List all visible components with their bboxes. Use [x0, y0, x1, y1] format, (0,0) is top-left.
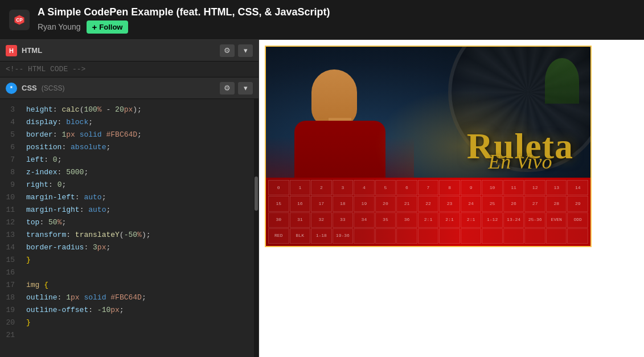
- grid-cell: [354, 228, 375, 244]
- grid-cell: 24: [461, 196, 482, 211]
- grid-cell: 31: [290, 212, 311, 228]
- grid-cell: 7: [418, 180, 439, 195]
- html-icon: H: [6, 45, 17, 56]
- grid-cell: 35: [375, 212, 396, 228]
- grid-cell: [396, 228, 417, 244]
- main-content: H HTML ⚙ ▾ <!-- HTML CODE --> * CSS (SCS…: [0, 40, 644, 357]
- grid-cell: 13: [546, 180, 567, 195]
- code-line: height: calc(100% - 20px);: [26, 104, 248, 116]
- plant-decoration: [545, 58, 579, 104]
- grid-cell: 1: [290, 180, 311, 195]
- grid-cell: 2:1: [439, 212, 460, 228]
- grid-cell: 6: [396, 180, 417, 195]
- grid-cell: 36: [396, 212, 417, 228]
- pen-title: A Simple CodePen Example (feat. HTML, CS…: [38, 6, 330, 18]
- grid-cell: 2:1: [461, 212, 482, 228]
- preview-content: Ruleta En Vivo 0 1 2 3 4 5 6 7: [259, 40, 644, 357]
- author-row: Ryan Young Follow: [38, 20, 330, 34]
- code-line: margin-left: auto;: [26, 191, 248, 204]
- grid-cell: 28: [546, 196, 567, 211]
- author-name: Ryan Young: [38, 22, 81, 31]
- code-content: height: calc(100% - 20px); display: bloc…: [20, 99, 254, 357]
- table-grid: 0 1 2 3 4 5 6 7 8 9 10 11 12: [266, 178, 590, 246]
- code-line: img {: [26, 279, 248, 292]
- code-line: display: block;: [26, 116, 248, 129]
- grid-cell: 16: [290, 196, 311, 211]
- grid-cell: [439, 228, 460, 244]
- css-editor[interactable]: 3 4 5 6 7 8 9 10 11 12 13 14 15 16 17 18: [0, 99, 259, 357]
- grid-cell: ODD: [567, 212, 588, 228]
- grid-cell: [503, 228, 524, 244]
- svg-text:CP: CP: [16, 18, 23, 23]
- follow-button[interactable]: Follow: [87, 20, 129, 34]
- grid-cell: 25: [482, 196, 503, 211]
- grid-cell: 0: [268, 180, 289, 195]
- grid-cell: 5: [375, 180, 396, 195]
- grid-cell: 19: [354, 196, 375, 211]
- grid-cell: [524, 228, 545, 244]
- title-block: A Simple CodePen Example (feat. HTML, CS…: [38, 6, 330, 34]
- css-collapse-btn[interactable]: ▾: [238, 82, 253, 95]
- html-editor-stub: <!-- HTML CODE -->: [0, 61, 259, 77]
- grid-cell: RED: [268, 228, 289, 244]
- grid-cell: 32: [311, 212, 332, 228]
- roulette-image: Ruleta En Vivo 0 1 2 3 4 5 6 7: [266, 47, 590, 246]
- grid-cell: 3: [333, 180, 354, 195]
- grid-cell: 23: [439, 196, 460, 211]
- code-line: [26, 329, 248, 342]
- html-settings-btn[interactable]: ⚙: [220, 44, 235, 57]
- css-tab-sublabel: (SCSS): [42, 84, 65, 92]
- preview-image-wrapper: Ruleta En Vivo 0 1 2 3 4 5 6 7: [265, 46, 592, 247]
- roulette-table: 0 1 2 3 4 5 6 7 8 9 10 11 12: [266, 178, 590, 246]
- grid-cell: 29: [567, 196, 588, 211]
- grid-cell: EVEN: [546, 212, 567, 228]
- code-line: margin-right: auto;: [26, 204, 248, 216]
- code-line: outline: 1px solid #FBC64D;: [26, 292, 248, 304]
- css-tab[interactable]: * CSS (SCSS) ⚙ ▾: [0, 77, 259, 99]
- topbar: CP A Simple CodePen Example (feat. HTML,…: [0, 0, 644, 40]
- code-scrollbar[interactable]: [254, 99, 259, 357]
- line-numbers: 3 4 5 6 7 8 9 10 11 12 13 14 15 16 17 18: [0, 99, 20, 357]
- code-line: border-radius: 3px;: [26, 241, 248, 254]
- html-collapse-btn[interactable]: ▾: [238, 44, 253, 57]
- grid-cell: 8: [439, 180, 460, 195]
- code-line: }: [26, 317, 248, 329]
- css-settings-btn[interactable]: ⚙: [220, 82, 235, 95]
- preview-panel: Ruleta En Vivo 0 1 2 3 4 5 6 7: [259, 40, 644, 357]
- grid-cell: 12: [524, 180, 545, 195]
- css-tab-actions: ⚙ ▾: [220, 82, 253, 95]
- grid-cell: [546, 228, 567, 244]
- html-tab[interactable]: H HTML ⚙ ▾: [0, 40, 259, 61]
- grid-cell: [567, 228, 588, 244]
- html-stub-text: <!-- HTML CODE -->: [6, 65, 85, 73]
- grid-cell: 20: [375, 196, 396, 211]
- grid-cell: 9: [461, 180, 482, 195]
- grid-cell: 33: [333, 212, 354, 228]
- css-tab-left: * CSS (SCSS): [6, 83, 64, 94]
- grid-cell: 30: [268, 212, 289, 228]
- grid-cell: 13-24: [503, 212, 524, 228]
- code-panel: H HTML ⚙ ▾ <!-- HTML CODE --> * CSS (SCS…: [0, 40, 259, 357]
- code-line: position: absolute;: [26, 141, 248, 154]
- code-line: left: 0;: [26, 154, 248, 166]
- grid-cell: 26: [503, 196, 524, 211]
- code-line: [26, 266, 248, 279]
- html-tab-left: H HTML: [6, 45, 42, 56]
- grid-cell: 25-36: [524, 212, 545, 228]
- html-tab-label: HTML: [22, 46, 42, 55]
- grid-cell: 15: [268, 196, 289, 211]
- grid-cell: 34: [354, 212, 375, 228]
- scrollbar-thumb: [255, 177, 258, 211]
- grid-cell: 19-36: [333, 228, 354, 244]
- grid-cell: [375, 228, 396, 244]
- grid-cell: 22: [418, 196, 439, 211]
- html-tab-actions: ⚙ ▾: [220, 44, 253, 57]
- code-line: outline-offset: -10px;: [26, 304, 248, 317]
- code-line: }: [26, 254, 248, 266]
- code-line: top: 50%;: [26, 216, 248, 229]
- grid-cell: 11: [503, 180, 524, 195]
- grid-cell: 14: [567, 180, 588, 195]
- code-line: z-index: 5000;: [26, 166, 248, 179]
- grid-cell: [418, 228, 439, 244]
- grid-cell: 10: [482, 180, 503, 195]
